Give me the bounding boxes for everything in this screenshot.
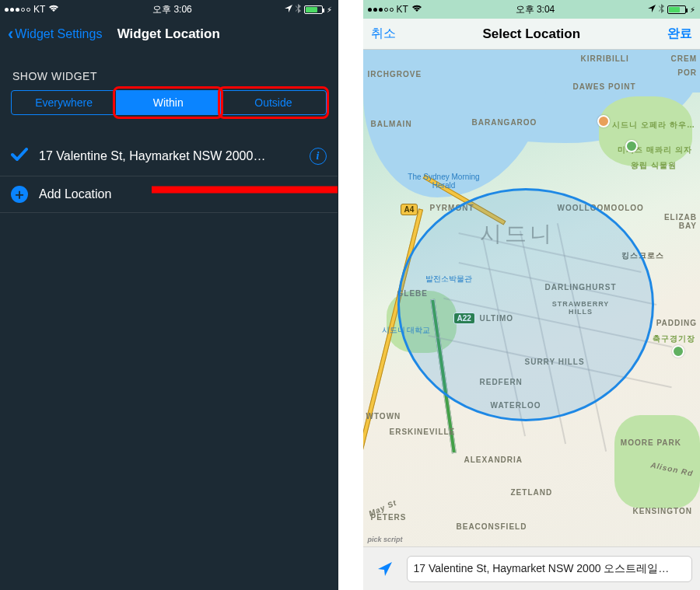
map-label: 축구경기장 <box>653 333 695 344</box>
map-label: CREM <box>671 54 697 63</box>
map-attribution: pick script <box>368 536 403 543</box>
map-bottom-bar: 17 Valentine St, Haymarket NSW 2000 오스트레… <box>363 546 701 590</box>
battery-icon <box>304 5 323 14</box>
map-label: ERSKINEVILLE <box>390 428 456 436</box>
charging-icon: ⚡︎ <box>327 5 332 14</box>
signal-dots-icon <box>368 8 394 12</box>
segment-everywhere[interactable]: Everywhere <box>12 91 116 114</box>
bluetooth-icon <box>296 4 301 16</box>
search-value: 17 Valentine St, Haymarket NSW 2000 오스트레… <box>414 562 670 576</box>
location-search-input[interactable]: 17 Valentine St, Haymarket NSW 2000 오스트레… <box>407 556 693 582</box>
location-row[interactable]: 17 Valentine St, Haymarket NSW 2000… i <box>0 137 338 176</box>
clock-label: 오후 3:06 <box>152 3 192 16</box>
map-label: KENSINGTON <box>633 507 693 515</box>
wifi-icon <box>411 4 422 15</box>
left-phone: KT 오후 3:06 ⚡︎ ‹ Widget Settings Widget L… <box>0 0 338 590</box>
poi-opera-icon <box>597 115 610 127</box>
map-label: 왕립 식물원 <box>631 160 677 171</box>
nav-bar: ‹ Widget Settings Widget Location <box>0 19 338 50</box>
segment-outside[interactable]: Outside <box>220 91 325 114</box>
check-icon <box>11 146 28 166</box>
map-label: 시드니 오페라 하우… <box>612 120 695 131</box>
map-label: DAWES POINT <box>573 82 636 91</box>
location-arrow-icon <box>648 4 656 15</box>
carrier-label: KT <box>33 4 45 15</box>
charging-icon: ⚡︎ <box>690 5 695 14</box>
section-label: SHOW WIDGET <box>0 50 338 90</box>
wifi-icon <box>48 4 59 15</box>
map-label: BEACONSFIELD <box>457 522 527 531</box>
status-bar: KT 오후 3:04 ⚡︎ <box>363 0 701 19</box>
map-label: WTOWN <box>366 412 401 421</box>
carrier-label: KT <box>397 4 408 15</box>
highway-shield-a4: A4 <box>401 204 418 215</box>
show-widget-segment[interactable]: Everywhere Within Outside <box>11 90 327 115</box>
back-button[interactable]: ‹ Widget Settings <box>8 26 102 43</box>
map-label: ALEXANDRIA <box>464 456 523 464</box>
chevron-left-icon: ‹ <box>8 26 13 43</box>
info-icon[interactable]: i <box>310 148 327 165</box>
segment-within[interactable]: Within <box>116 91 220 114</box>
poi-stadium-icon <box>672 345 684 358</box>
location-arrow-icon <box>285 4 292 15</box>
map-label: BALMAIN <box>371 120 412 128</box>
map-label: BARANGAROO <box>472 118 537 127</box>
map-label: POR <box>677 68 697 77</box>
map-label: IRCHGROVE <box>368 70 422 79</box>
cancel-button[interactable]: 취소 <box>371 26 396 42</box>
map-label: ELIZAB BAY <box>658 213 697 230</box>
bluetooth-icon <box>659 4 664 16</box>
nav-bar: 취소 Select Location 완료 <box>363 19 701 50</box>
map-label: MOORE PARK <box>621 438 681 447</box>
add-location-label: Add Location <box>39 187 327 201</box>
status-bar: KT 오후 3:06 ⚡︎ <box>0 0 338 19</box>
current-location-button[interactable] <box>371 555 399 583</box>
battery-icon <box>667 5 686 14</box>
done-button[interactable]: 완료 <box>667 26 692 42</box>
map-label: The Sydney Morning Herald <box>405 173 483 190</box>
map-label: PADDING <box>656 319 697 327</box>
add-location-row[interactable]: ＋ Add Location <box>0 176 338 213</box>
signal-dots-icon <box>5 8 30 12</box>
page-title: Select Location <box>363 26 701 42</box>
plus-circle-icon: ＋ <box>11 186 28 203</box>
map-view[interactable]: KIRRIBILLI CREM POR IRCHGROVE DAWES POIN… <box>363 50 701 590</box>
right-phone: KT 오후 3:04 ⚡︎ 취소 Select Location 완료 <box>363 0 701 590</box>
map-label: ZETLAND <box>511 488 553 497</box>
geofence-circle[interactable] <box>397 188 654 421</box>
location-address: 17 Valentine St, Haymarket NSW 2000… <box>39 149 299 163</box>
phone-gap <box>338 0 363 590</box>
back-label: Widget Settings <box>15 27 102 41</box>
map-label: KIRRIBILLI <box>581 54 629 63</box>
poi-chair-icon <box>625 140 638 152</box>
clock-label: 오후 3:04 <box>516 3 555 16</box>
